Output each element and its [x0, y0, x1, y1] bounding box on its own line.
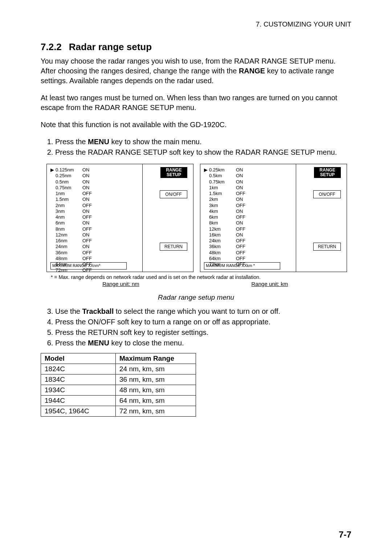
softkey-onoff[interactable]: ON/OFF	[313, 190, 341, 198]
model-table-head-model: Model	[41, 353, 116, 364]
figure-km-softkeys: RANGE SETUP ON/OFF RETURN	[296, 164, 347, 272]
range-row[interactable]: 6kmOFF	[204, 214, 293, 220]
range-row[interactable]: 48kmOFF	[204, 250, 293, 256]
range-row[interactable]: 2nmOFF	[50, 203, 139, 208]
range-state: ON	[82, 220, 90, 226]
range-row[interactable]: 24nmON	[50, 244, 139, 250]
cursor-icon	[50, 185, 56, 191]
range-row[interactable]: 3kmOFF	[204, 203, 293, 208]
softkey-onoff[interactable]: ON/OFF	[160, 190, 187, 198]
step-text: key to show the main menu.	[109, 138, 202, 146]
cursor-icon	[50, 203, 56, 208]
softkey-return[interactable]: RETURN	[160, 243, 187, 251]
range-row[interactable]: 0.75nmON	[50, 185, 139, 191]
figure-nm-maxrange: MAXIMUM RANGE XXnm*	[50, 262, 127, 270]
cursor-icon	[50, 220, 56, 226]
cursor-icon	[204, 220, 209, 226]
range-name: 16nm	[56, 238, 82, 244]
figure-caption: Radar range setup menu	[41, 293, 351, 301]
range-row[interactable]: 16kmON	[204, 232, 293, 238]
range-state: OFF	[236, 191, 245, 197]
range-row[interactable]: 36nmOFF	[50, 250, 139, 256]
softkey-return[interactable]: RETURN	[313, 243, 341, 251]
range-cell: 64 nm, km, sm	[116, 396, 196, 406]
range-row[interactable]: 6nmON	[50, 220, 139, 226]
range-state: OFF	[236, 256, 245, 262]
figure-footnote: * = Max. range depends on network radar …	[51, 274, 351, 280]
range-row[interactable]: 1nmOFF	[50, 191, 139, 197]
step-key-label: MENU	[88, 339, 109, 347]
unit-label-nm: Range unit: nm	[46, 281, 195, 287]
range-state: ON	[82, 208, 90, 214]
range-name: 36nm	[56, 250, 82, 256]
step-text: to select the range which you want to tu…	[114, 307, 280, 315]
range-name: 6km	[209, 214, 236, 220]
figure-unit-labels: Range unit: nm Range unit: km	[46, 281, 351, 287]
figure-km-maxrange: MAXIMUM RANGE XXkm *	[204, 262, 280, 270]
section-number: 7.2.2	[41, 41, 62, 53]
cursor-icon	[204, 244, 209, 250]
range-name: 1.5km	[209, 191, 236, 197]
cursor-icon	[50, 232, 56, 238]
step-item: Press the RETURN soft key to register se…	[55, 328, 351, 337]
range-row[interactable]: 16nmOFF	[50, 238, 139, 244]
paragraph-intro: You may choose the radar ranges you wish…	[41, 56, 351, 86]
range-row[interactable]: 0.5kmON	[204, 173, 293, 179]
range-row[interactable]: ▶0.125nmON	[50, 167, 139, 173]
unit-label-km: Range unit: km	[195, 281, 344, 287]
range-name: 16km	[209, 232, 236, 238]
range-row[interactable]: 2kmON	[204, 197, 293, 202]
range-row[interactable]: 24kmOFF	[204, 238, 293, 244]
range-row[interactable]: 1kmON	[204, 185, 293, 191]
range-name: 24nm	[56, 244, 82, 250]
range-name: 3nm	[56, 208, 82, 214]
range-row[interactable]: 64kmOFF	[204, 256, 293, 262]
range-state: ON	[236, 197, 243, 202]
model-cell: 1944C	[41, 396, 116, 406]
range-row[interactable]: 4kmON	[204, 208, 293, 214]
range-row[interactable]: ▶0.25kmON	[204, 167, 293, 173]
cursor-icon	[50, 214, 56, 220]
step-text: Press the ON/OFF soft key to turn a rang…	[55, 318, 270, 326]
range-row[interactable]: 12nmON	[50, 232, 139, 238]
page-header: 7. CUSTOMIZING YOUR UNIT	[41, 20, 351, 28]
cursor-icon	[50, 226, 56, 232]
softkey-range-setup-l2: SETUP	[320, 172, 335, 177]
range-state: OFF	[236, 244, 245, 250]
range-row[interactable]: 3nmON	[50, 208, 139, 214]
range-state: ON	[82, 173, 90, 179]
range-name: 0.25nm	[56, 173, 82, 179]
softkey-range-setup-l1: RANGE	[166, 167, 181, 173]
range-row[interactable]: 1.5nmON	[50, 197, 139, 202]
range-row[interactable]: 0.75kmON	[204, 179, 293, 185]
range-state: ON	[236, 173, 243, 179]
range-state: ON	[236, 185, 243, 191]
step-text: Use the	[55, 307, 82, 315]
range-name: 4nm	[56, 214, 82, 220]
range-row[interactable]: 8kmON	[204, 220, 293, 226]
model-table-head-range: Maximum Range	[116, 353, 196, 364]
range-cell: 72 nm, km, sm	[116, 406, 196, 417]
range-row[interactable]: 8nmOFF	[50, 226, 139, 232]
step-text: Press the	[55, 138, 88, 146]
range-name: 0.75nm	[56, 185, 82, 191]
range-state: OFF	[236, 214, 245, 220]
cursor-icon	[50, 208, 56, 214]
model-cell: 1824C	[41, 364, 116, 374]
model-cell: 1934C	[41, 385, 116, 396]
range-row[interactable]: 48nmOFF	[50, 256, 139, 262]
range-state: ON	[236, 208, 243, 214]
range-row[interactable]: 0.5nmON	[50, 179, 139, 185]
range-row[interactable]: 1.5kmOFF	[204, 191, 293, 197]
softkey-range-setup[interactable]: RANGE SETUP	[160, 167, 187, 178]
range-name: 0.25km	[209, 167, 236, 173]
softkey-range-setup[interactable]: RANGE SETUP	[314, 167, 341, 178]
range-row[interactable]: 4nmOFF	[50, 214, 139, 220]
range-row[interactable]: 36kmOFF	[204, 244, 293, 250]
step-text: key to close the menu.	[109, 339, 184, 347]
range-row[interactable]: 0.25nmON	[50, 173, 139, 179]
cursor-icon	[50, 179, 56, 185]
cursor-icon	[204, 191, 209, 197]
section-heading: 7.2.2 Radar range setup	[41, 41, 351, 53]
range-row[interactable]: 12kmOFF	[204, 226, 293, 232]
